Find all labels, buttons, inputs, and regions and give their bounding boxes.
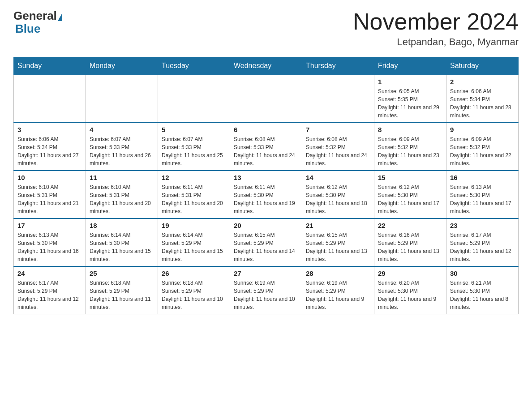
day-info: Sunrise: 6:06 AMSunset: 5:34 PMDaylight:… (17, 135, 82, 167)
calendar-cell: 8Sunrise: 6:09 AMSunset: 5:32 PMDaylight… (374, 123, 446, 171)
day-number: 9 (450, 126, 515, 133)
day-info: Sunrise: 6:14 AMSunset: 5:29 PMDaylight:… (162, 231, 226, 263)
location-text: Letpandan, Bago, Myanmar (353, 36, 519, 48)
calendar-cell: 24Sunrise: 6:17 AMSunset: 5:29 PMDayligh… (14, 266, 86, 314)
calendar-cell: 19Sunrise: 6:14 AMSunset: 5:29 PMDayligh… (158, 218, 230, 266)
day-number: 22 (378, 222, 442, 229)
day-number: 24 (17, 270, 82, 277)
day-number: 8 (378, 126, 442, 133)
day-number: 21 (306, 222, 370, 229)
day-number: 4 (90, 126, 154, 133)
calendar-cell: 10Sunrise: 6:10 AMSunset: 5:31 PMDayligh… (14, 171, 86, 218)
day-info: Sunrise: 6:18 AMSunset: 5:29 PMDaylight:… (162, 279, 226, 311)
calendar-day-header: Sunday (14, 57, 86, 75)
day-number: 1 (378, 78, 442, 86)
calendar-cell: 22Sunrise: 6:16 AMSunset: 5:29 PMDayligh… (374, 218, 446, 266)
calendar-cell (86, 75, 158, 123)
calendar-cell: 15Sunrise: 6:12 AMSunset: 5:30 PMDayligh… (374, 171, 446, 218)
calendar-week-row: 1Sunrise: 6:05 AMSunset: 5:35 PMDaylight… (14, 75, 519, 123)
month-title: November 2024 (353, 9, 519, 34)
day-info: Sunrise: 6:09 AMSunset: 5:32 PMDaylight:… (378, 135, 442, 167)
calendar-week-row: 17Sunrise: 6:13 AMSunset: 5:30 PMDayligh… (14, 218, 519, 266)
day-number: 7 (306, 126, 370, 133)
day-info: Sunrise: 6:08 AMSunset: 5:32 PMDaylight:… (306, 135, 370, 167)
day-number: 16 (450, 174, 515, 181)
calendar-cell: 11Sunrise: 6:10 AMSunset: 5:31 PMDayligh… (86, 171, 158, 218)
day-info: Sunrise: 6:07 AMSunset: 5:33 PMDaylight:… (90, 135, 154, 167)
calendar-day-header: Monday (86, 57, 158, 75)
calendar-cell: 18Sunrise: 6:14 AMSunset: 5:30 PMDayligh… (86, 218, 158, 266)
day-info: Sunrise: 6:19 AMSunset: 5:29 PMDaylight:… (234, 279, 298, 311)
calendar-cell: 27Sunrise: 6:19 AMSunset: 5:29 PMDayligh… (230, 266, 302, 314)
day-info: Sunrise: 6:10 AMSunset: 5:31 PMDaylight:… (90, 183, 154, 215)
day-number: 19 (162, 222, 226, 229)
day-number: 23 (450, 222, 515, 229)
calendar-cell: 9Sunrise: 6:09 AMSunset: 5:32 PMDaylight… (446, 123, 519, 171)
calendar-cell: 13Sunrise: 6:11 AMSunset: 5:30 PMDayligh… (230, 171, 302, 218)
day-info: Sunrise: 6:06 AMSunset: 5:34 PMDaylight:… (450, 87, 515, 120)
day-number: 20 (234, 222, 298, 229)
calendar-cell: 29Sunrise: 6:20 AMSunset: 5:30 PMDayligh… (374, 266, 446, 314)
day-number: 17 (17, 222, 82, 229)
day-number: 28 (306, 270, 370, 277)
logo-triangle-icon (58, 13, 62, 21)
day-number: 13 (234, 174, 298, 181)
calendar-week-row: 3Sunrise: 6:06 AMSunset: 5:34 PMDaylight… (14, 123, 519, 171)
calendar-cell: 25Sunrise: 6:18 AMSunset: 5:29 PMDayligh… (86, 266, 158, 314)
calendar-cell: 30Sunrise: 6:21 AMSunset: 5:30 PMDayligh… (446, 266, 519, 314)
day-number: 26 (162, 270, 226, 277)
day-number: 2 (450, 78, 515, 86)
day-number: 5 (162, 126, 226, 133)
calendar-week-row: 24Sunrise: 6:17 AMSunset: 5:29 PMDayligh… (14, 266, 519, 314)
day-number: 15 (378, 174, 442, 181)
calendar-cell (158, 75, 230, 123)
day-number: 11 (90, 174, 154, 181)
calendar-cell: 12Sunrise: 6:11 AMSunset: 5:31 PMDayligh… (158, 171, 230, 218)
day-info: Sunrise: 6:11 AMSunset: 5:31 PMDaylight:… (162, 183, 226, 215)
calendar-cell: 4Sunrise: 6:07 AMSunset: 5:33 PMDaylight… (86, 123, 158, 171)
day-info: Sunrise: 6:21 AMSunset: 5:30 PMDaylight:… (450, 279, 515, 311)
logo-general-text: General (13, 9, 57, 23)
calendar-cell (230, 75, 302, 123)
calendar-week-row: 10Sunrise: 6:10 AMSunset: 5:31 PMDayligh… (14, 171, 519, 218)
day-number: 3 (17, 126, 82, 133)
day-info: Sunrise: 6:15 AMSunset: 5:29 PMDaylight:… (234, 231, 298, 263)
calendar-cell: 3Sunrise: 6:06 AMSunset: 5:34 PMDaylight… (14, 123, 86, 171)
day-info: Sunrise: 6:19 AMSunset: 5:29 PMDaylight:… (306, 279, 370, 311)
day-info: Sunrise: 6:12 AMSunset: 5:30 PMDaylight:… (306, 183, 370, 215)
day-number: 25 (90, 270, 154, 277)
logo-blue-text: Blue (13, 22, 40, 36)
day-info: Sunrise: 6:17 AMSunset: 5:29 PMDaylight:… (17, 279, 82, 311)
day-info: Sunrise: 6:11 AMSunset: 5:30 PMDaylight:… (234, 183, 298, 215)
day-info: Sunrise: 6:09 AMSunset: 5:32 PMDaylight:… (450, 135, 515, 167)
day-number: 6 (234, 126, 298, 133)
day-number: 29 (378, 270, 442, 277)
calendar-cell (302, 75, 374, 123)
day-info: Sunrise: 6:14 AMSunset: 5:30 PMDaylight:… (90, 231, 154, 263)
logo: General Blue (13, 9, 63, 36)
calendar-day-header: Thursday (302, 57, 374, 75)
calendar-cell: 6Sunrise: 6:08 AMSunset: 5:33 PMDaylight… (230, 123, 302, 171)
calendar-cell: 21Sunrise: 6:15 AMSunset: 5:29 PMDayligh… (302, 218, 374, 266)
calendar-cell: 2Sunrise: 6:06 AMSunset: 5:34 PMDaylight… (446, 75, 519, 123)
day-info: Sunrise: 6:16 AMSunset: 5:29 PMDaylight:… (378, 231, 442, 263)
calendar-day-header: Saturday (446, 57, 519, 75)
day-info: Sunrise: 6:10 AMSunset: 5:31 PMDaylight:… (17, 183, 82, 215)
day-number: 18 (90, 222, 154, 229)
page-header: General Blue November 2024 Letpandan, Ba… (13, 9, 519, 48)
calendar-cell: 1Sunrise: 6:05 AMSunset: 5:35 PMDaylight… (374, 75, 446, 123)
calendar-day-header: Friday (374, 57, 446, 75)
day-number: 12 (162, 174, 226, 181)
day-number: 10 (17, 174, 82, 181)
calendar-header-row: SundayMondayTuesdayWednesdayThursdayFrid… (14, 57, 519, 75)
day-info: Sunrise: 6:05 AMSunset: 5:35 PMDaylight:… (378, 87, 442, 120)
calendar-day-header: Tuesday (158, 57, 230, 75)
day-info: Sunrise: 6:13 AMSunset: 5:30 PMDaylight:… (17, 231, 82, 263)
calendar-table: SundayMondayTuesdayWednesdayThursdayFrid… (13, 57, 519, 314)
day-number: 30 (450, 270, 515, 277)
day-info: Sunrise: 6:18 AMSunset: 5:29 PMDaylight:… (90, 279, 154, 311)
calendar-cell: 28Sunrise: 6:19 AMSunset: 5:29 PMDayligh… (302, 266, 374, 314)
day-info: Sunrise: 6:15 AMSunset: 5:29 PMDaylight:… (306, 231, 370, 263)
calendar-cell: 17Sunrise: 6:13 AMSunset: 5:30 PMDayligh… (14, 218, 86, 266)
day-info: Sunrise: 6:08 AMSunset: 5:33 PMDaylight:… (234, 135, 298, 167)
